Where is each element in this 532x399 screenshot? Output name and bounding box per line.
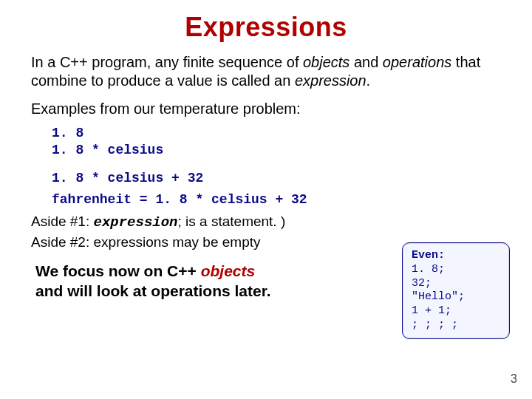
term-objects: objects xyxy=(303,54,349,70)
examples-label: Examples from our temperature problem: xyxy=(31,100,501,117)
page-number: 3 xyxy=(511,372,517,386)
code-line: 1. 8 * celsius + 32 xyxy=(52,170,501,187)
intro-paragraph: In a C++ program, any finite sequence of… xyxy=(31,53,501,90)
callout-line: "Hello"; xyxy=(412,290,502,304)
code-example-block-2: 1. 8 * celsius + 32 fahrenheit = 1. 8 * … xyxy=(52,170,501,208)
code-line: fahrenheit = 1. 8 * celsius + 32 xyxy=(52,191,501,208)
aside-expression-term: expression xyxy=(94,214,178,231)
focus-text: We focus now on C++ xyxy=(35,262,201,279)
code-line: 1. 8 * celsius xyxy=(52,142,501,159)
intro-text: and xyxy=(349,54,382,70)
code-line: 1. 8 xyxy=(52,125,501,142)
aside-text: Aside #1: xyxy=(31,214,94,229)
callout-line: 1. 8; xyxy=(412,263,502,277)
term-expression: expression xyxy=(295,72,366,89)
focus-objects-term: objects xyxy=(201,262,256,279)
term-operations: operations xyxy=(383,54,451,70)
code-example-block-1: 1. 8 1. 8 * celsius xyxy=(52,125,501,158)
slide-title: Expressions xyxy=(31,12,501,43)
callout-line: 1 + 1; xyxy=(412,304,502,318)
callout-line: ; ; ; ; xyxy=(412,318,502,332)
intro-text: . xyxy=(366,72,371,89)
callout-header: Even: xyxy=(412,249,502,263)
aside-1: Aside #1: expression; is a statement. ) xyxy=(31,212,501,233)
intro-text: In a C++ program, any finite sequence of xyxy=(31,54,303,70)
callout-line: 32; xyxy=(412,277,502,291)
aside-text: ; is a statement. ) xyxy=(178,214,286,229)
callout-box: Even: 1. 8; 32; "Hello"; 1 + 1; ; ; ; ; xyxy=(402,242,510,339)
